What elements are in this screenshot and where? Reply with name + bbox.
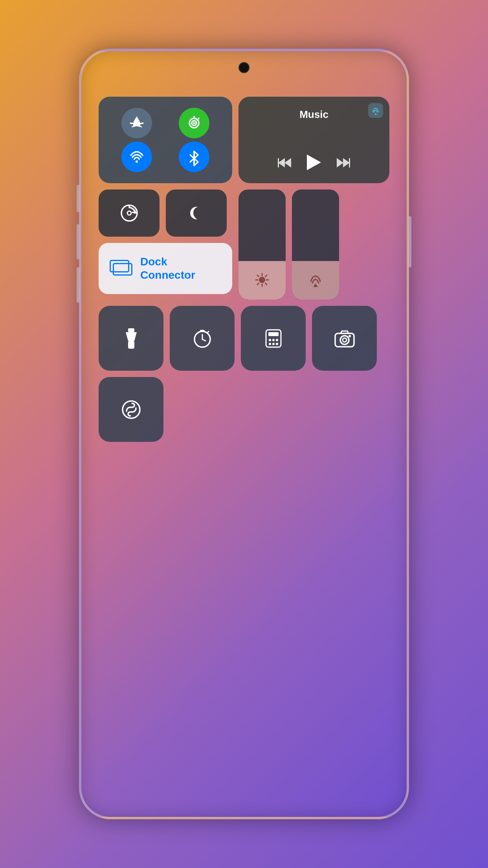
svg-marker-31 [126,332,137,341]
svg-point-20 [259,277,265,283]
row-toggles-sliders: Dock Connector [99,189,389,300]
do-not-disturb-button[interactable] [166,189,227,237]
sliders [238,189,339,300]
svg-rect-30 [128,328,134,332]
svg-point-42 [276,339,278,341]
rewind-button[interactable] [278,157,291,171]
toggles-dock: Dock Connector [99,189,232,294]
rotation-lock-button[interactable] [99,189,160,237]
svg-point-40 [269,339,271,341]
airplane-mode-button[interactable] [121,108,152,138]
svg-line-25 [257,275,259,277]
front-camera [238,62,250,73]
svg-marker-15 [343,158,350,167]
svg-point-2 [193,122,195,124]
power-button[interactable] [408,216,411,267]
svg-point-18 [127,211,131,215]
music-airplay-button[interactable] [368,103,383,118]
music-controls [278,154,350,174]
svg-rect-32 [128,341,134,349]
music-panel[interactable]: Music [238,97,389,183]
play-button[interactable] [307,154,321,174]
svg-line-4 [198,118,199,120]
row-connectivity-music: Music [99,97,389,183]
shazam-button[interactable] [99,377,163,442]
small-btn-row [99,189,232,237]
dock-connector-icon [110,260,132,277]
camera-button[interactable] [312,306,377,371]
svg-marker-10 [284,158,291,167]
svg-rect-39 [268,332,279,336]
svg-line-37 [207,331,209,333]
svg-point-47 [340,336,349,344]
volume-up-button[interactable] [77,224,80,259]
svg-rect-16 [349,158,350,167]
svg-point-44 [272,343,275,345]
svg-marker-9 [374,113,377,115]
svg-marker-29 [313,283,318,287]
svg-marker-14 [337,158,343,167]
dock-connector-button[interactable]: Dock Connector [99,243,232,294]
svg-point-45 [276,343,278,345]
cellular-button[interactable] [179,108,209,138]
control-center: Music [99,97,389,442]
dock-connector-label: Dock Connector [140,255,221,281]
svg-line-27 [266,275,267,277]
svg-marker-13 [307,154,321,170]
svg-line-28 [257,283,259,285]
svg-marker-11 [278,158,285,167]
phone-frame: Music [79,49,409,819]
svg-point-5 [136,160,138,163]
music-app-title: Music [299,108,328,121]
brightness-slider[interactable] [238,189,286,300]
fast-forward-button[interactable] [337,157,350,171]
mute-button[interactable] [77,185,80,212]
connectivity-panel [99,97,232,183]
row-bottom-buttons [99,306,389,371]
row-shazam [99,377,389,442]
svg-rect-36 [200,330,205,332]
svg-point-49 [349,335,351,337]
svg-point-41 [272,339,275,341]
svg-point-50 [123,401,140,418]
airplay-volume-slider[interactable] [292,189,339,300]
svg-rect-19 [128,205,130,207]
svg-rect-12 [278,158,279,167]
brightness-icon [255,273,269,290]
bluetooth-button[interactable] [179,142,209,172]
airplay-slider-icon [308,273,323,290]
svg-point-43 [269,343,271,345]
svg-line-35 [202,339,205,341]
svg-point-48 [343,338,347,342]
svg-line-26 [266,283,267,285]
calculator-button[interactable] [241,306,306,371]
volume-down-button[interactable] [77,267,80,303]
timer-button[interactable] [170,306,235,371]
flashlight-button[interactable] [99,306,163,371]
wifi-button[interactable] [121,142,152,172]
